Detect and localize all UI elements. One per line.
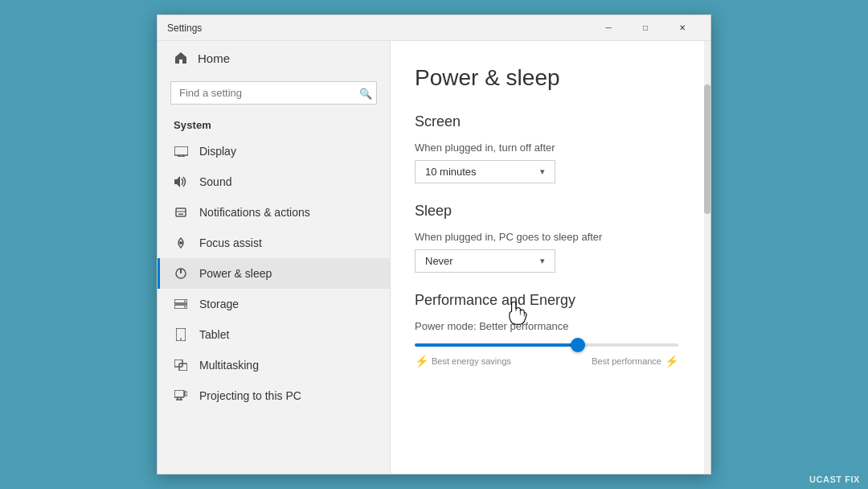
sound-label: Sound	[199, 175, 231, 188]
slider-left-label: Best energy savings	[432, 356, 511, 366]
sidebar: Home 🔍 System Display	[158, 41, 391, 474]
screen-setting-label: When plugged in, turn off after	[415, 142, 678, 154]
settings-window: Settings ─ □ ✕ Home 🔍	[157, 14, 711, 475]
tablet-label: Tablet	[199, 328, 229, 341]
window-body: Home 🔍 System Display	[158, 41, 710, 474]
sidebar-item-home[interactable]: Home	[158, 41, 390, 75]
slider-right-label: Best performance	[592, 356, 661, 366]
slider-track[interactable]	[415, 343, 678, 347]
window-controls: ─ □ ✕	[590, 15, 701, 41]
sidebar-item-sound[interactable]: Sound	[158, 166, 390, 197]
sleep-dropdown-value: Never	[425, 255, 453, 267]
power-icon	[174, 266, 188, 281]
screen-dropdown[interactable]: 10 minutes ▾	[415, 160, 555, 183]
sidebar-item-projecting[interactable]: Projecting to this PC	[158, 380, 390, 411]
watermark: UCAST FIX	[809, 475, 860, 484]
close-button[interactable]: ✕	[664, 15, 701, 41]
notifications-icon	[174, 205, 188, 220]
storage-icon	[174, 297, 188, 311]
slider-right-icon: ⚡	[665, 355, 678, 368]
svg-point-14	[184, 306, 186, 308]
svg-rect-19	[174, 390, 184, 397]
projecting-icon	[174, 388, 188, 403]
performance-section-title: Performance and Energy	[415, 292, 678, 309]
svg-point-13	[184, 301, 186, 302]
home-label: Home	[198, 51, 230, 65]
sleep-setting-label: When plugged in, PC goes to sleep after	[415, 231, 678, 243]
focus-label: Focus assist	[199, 236, 262, 249]
svg-rect-5	[176, 208, 186, 216]
multitasking-label: Multitasking	[199, 359, 259, 372]
titlebar: Settings ─ □ ✕	[158, 15, 710, 41]
slider-fill	[415, 343, 578, 347]
screen-section-title: Screen	[415, 113, 678, 130]
sidebar-item-notifications[interactable]: Notifications & actions	[158, 197, 390, 228]
svg-point-8	[179, 241, 182, 244]
maximize-button[interactable]: □	[627, 15, 664, 41]
minimize-button[interactable]: ─	[590, 15, 627, 41]
focus-icon	[174, 236, 188, 250]
notifications-label: Notifications & actions	[199, 206, 310, 219]
tablet-icon	[174, 327, 188, 342]
sidebar-item-focus[interactable]: Focus assist	[158, 228, 390, 258]
sidebar-item-power[interactable]: Power & sleep	[158, 258, 390, 289]
sidebar-item-multitasking[interactable]: Multitasking	[158, 350, 390, 380]
sleep-dropdown[interactable]: Never ▾	[415, 249, 555, 273]
search-button[interactable]: 🔍	[359, 87, 372, 99]
power-slider-container: ⚡ Best energy savings Best performance ⚡	[415, 343, 678, 368]
svg-marker-4	[174, 176, 180, 187]
sidebar-item-tablet[interactable]: Tablet	[158, 319, 390, 350]
screen-dropdown-value: 10 minutes	[425, 166, 477, 178]
sleep-section-title: Sleep	[415, 203, 678, 220]
main-content: Power & sleep Screen When plugged in, tu…	[391, 41, 710, 474]
svg-point-16	[180, 339, 182, 340]
power-label: Power & sleep	[199, 267, 272, 280]
home-icon	[174, 51, 188, 65]
multitasking-icon	[174, 358, 188, 372]
projecting-label: Projecting to this PC	[199, 389, 301, 402]
power-mode-label: Power mode: Better performance	[415, 320, 678, 332]
sound-icon	[174, 175, 188, 189]
display-icon	[174, 144, 188, 158]
scrollbar[interactable]	[704, 41, 710, 474]
storage-label: Storage	[199, 298, 239, 310]
screen-dropdown-arrow: ▾	[540, 166, 545, 177]
search-input[interactable]	[170, 81, 377, 105]
search-box: 🔍	[170, 81, 377, 105]
slider-labels: ⚡ Best energy savings Best performance ⚡	[415, 355, 678, 368]
sidebar-section-label: System	[158, 114, 390, 136]
sleep-dropdown-arrow: ▾	[540, 256, 545, 266]
page-title: Power & sleep	[415, 65, 678, 91]
window-title: Settings	[167, 23, 590, 34]
svg-rect-0	[174, 146, 188, 155]
display-label: Display	[199, 145, 236, 158]
sidebar-item-storage[interactable]: Storage	[158, 289, 390, 319]
slider-thumb[interactable]	[571, 338, 585, 352]
sidebar-item-display[interactable]: Display	[158, 136, 390, 166]
svg-rect-7	[178, 214, 183, 216]
scroll-thumb[interactable]	[704, 84, 710, 214]
slider-left-icon: ⚡	[415, 355, 428, 368]
svg-rect-20	[185, 392, 187, 396]
